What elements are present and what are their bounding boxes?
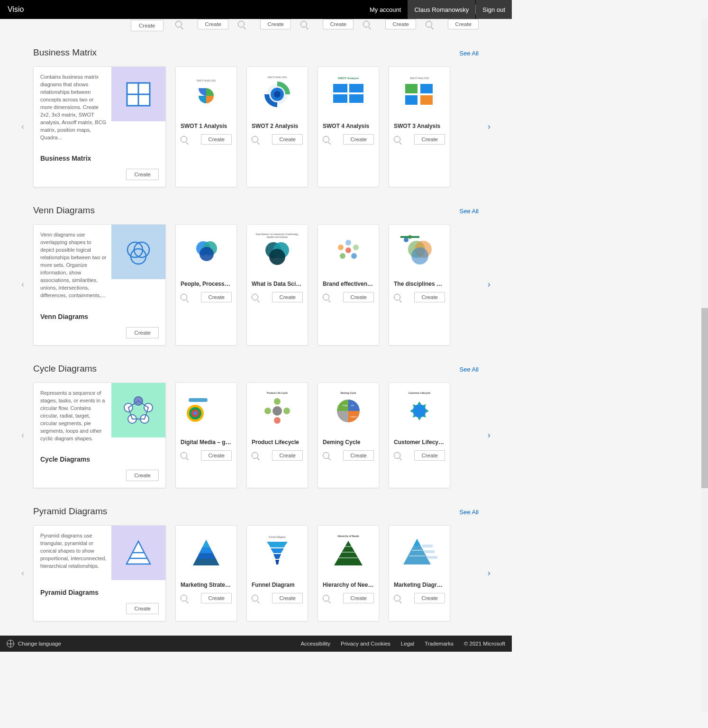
template-card[interactable]: Marketing Strategy Diag... Create — [175, 525, 237, 621]
carousel-next[interactable] — [483, 568, 495, 579]
footer-link[interactable]: Accessibility — [300, 641, 330, 646]
svg-point-23 — [200, 247, 214, 261]
zoom-icon[interactable] — [394, 595, 400, 601]
zoom-icon[interactable] — [238, 21, 245, 27]
my-account-link[interactable]: My account — [363, 0, 408, 19]
zoom-icon[interactable] — [300, 21, 307, 27]
section-title: Business Matrix — [33, 47, 97, 58]
zoom-icon[interactable] — [363, 21, 370, 27]
create-button[interactable]: Create — [126, 169, 159, 180]
see-all-link[interactable]: See All — [460, 366, 479, 373]
create-button[interactable]: Create — [414, 593, 445, 603]
zoom-icon[interactable] — [394, 452, 400, 459]
see-all-link[interactable]: See All — [460, 208, 479, 215]
carousel-prev[interactable] — [17, 121, 28, 133]
see-all-link[interactable]: See All — [460, 509, 479, 516]
create-button[interactable]: Create — [343, 292, 374, 302]
template-card[interactable]: Digital Media – getting ... Create — [175, 382, 237, 489]
template-title: SWOT 3 Analysis — [389, 118, 450, 131]
carousel-next[interactable] — [483, 279, 495, 291]
create-button[interactable]: Create — [272, 134, 303, 145]
create-button[interactable]: Create — [272, 593, 303, 603]
footer-link[interactable]: Legal — [401, 641, 414, 646]
carousel-prev[interactable] — [17, 568, 28, 579]
zoom-icon[interactable] — [323, 452, 329, 459]
create-button[interactable]: Create — [131, 20, 163, 31]
template-card[interactable]: Brand effectiveness Create — [318, 224, 379, 345]
template-card[interactable]: Data Science = an intersection of techno… — [246, 224, 308, 345]
create-button[interactable]: Create — [448, 19, 479, 29]
create-button[interactable]: Create — [414, 134, 445, 145]
create-button[interactable]: Create — [343, 593, 374, 603]
category-thumb — [111, 526, 165, 580]
zoom-icon[interactable] — [181, 294, 187, 300]
create-button[interactable]: Create — [385, 19, 416, 29]
template-card[interactable]: Marketing Diagram Create — [389, 525, 450, 621]
create-button[interactable]: Create — [272, 292, 303, 302]
create-button[interactable]: Create — [201, 450, 232, 461]
carousel-prev[interactable] — [17, 279, 28, 291]
zoom-icon[interactable] — [323, 136, 329, 143]
svg-rect-10 — [349, 84, 363, 92]
template-row: Venn diagrams use overlapping shapes to … — [33, 224, 479, 345]
category-card[interactable]: Venn diagrams use overlapping shapes to … — [33, 224, 166, 345]
template-card[interactable]: SWOT ANALYSIS SWOT 1 Analysis Create — [175, 66, 237, 187]
category-card[interactable]: Pyramid diagrams use triangular, pyramid… — [33, 525, 166, 621]
svg-text:statistics and business: statistics and business — [266, 236, 288, 238]
carousel-next[interactable] — [483, 430, 495, 441]
create-button[interactable]: Create — [126, 603, 159, 614]
template-card[interactable]: The disciplines of User E... Create — [389, 224, 450, 345]
create-button[interactable]: Create — [414, 450, 445, 461]
create-button[interactable]: Create — [198, 19, 228, 29]
category-card[interactable]: Represents a sequence of stages, tasks, … — [33, 382, 166, 489]
template-title: Digital Media – getting ... — [176, 434, 236, 447]
zoom-icon[interactable] — [252, 136, 258, 143]
zoom-icon[interactable] — [252, 294, 258, 300]
carousel-next[interactable] — [483, 121, 495, 133]
footer-link[interactable]: © 2021 Microsoft — [464, 641, 505, 646]
template-card[interactable]: People, Process and tech... Create — [175, 224, 237, 345]
zoom-icon[interactable] — [394, 294, 400, 300]
create-button[interactable]: Create — [272, 450, 303, 461]
zoom-icon[interactable] — [175, 21, 182, 27]
create-button[interactable]: Create — [126, 470, 159, 481]
zoom-icon[interactable] — [181, 595, 187, 601]
template-row: Pyramid diagrams use triangular, pyramid… — [33, 525, 479, 621]
create-button[interactable]: Create — [414, 292, 445, 302]
template-card[interactable]: Product Life Cycle Product Lifecycle Cre… — [246, 382, 308, 489]
create-button[interactable]: Create — [343, 134, 374, 145]
zoom-icon[interactable] — [426, 21, 432, 27]
see-all-link[interactable]: See All — [460, 50, 479, 57]
zoom-icon[interactable] — [181, 452, 187, 459]
create-button[interactable]: Create — [323, 19, 354, 29]
footer-link[interactable]: Trademarks — [425, 641, 454, 646]
footer-link[interactable]: Privacy and Cookies — [341, 641, 390, 646]
create-button[interactable]: Create — [260, 19, 291, 29]
create-button[interactable]: Create — [201, 292, 232, 302]
create-button[interactable]: Create — [201, 134, 232, 145]
create-button[interactable]: Create — [201, 593, 232, 603]
create-button[interactable]: Create — [126, 327, 159, 338]
svg-text:CHECK: CHECK — [350, 416, 357, 418]
change-language[interactable]: Change language — [7, 640, 61, 647]
template-card[interactable]: SWOT Analysis SWOT 4 Analysis Create — [318, 66, 379, 187]
sign-out-link[interactable]: Sign out — [476, 0, 512, 19]
template-card[interactable]: SWOT ANALYSIS SWOT 3 Analysis Create — [389, 66, 450, 187]
template-card[interactable]: SWOT ANALYSIS SWOT 2 Analysis Create — [246, 66, 308, 187]
zoom-icon[interactable] — [323, 595, 329, 601]
footer-links: AccessibilityPrivacy and CookiesLegalTra… — [300, 641, 505, 646]
template-card[interactable]: Funnel Diagram Funnel Diagram Create — [246, 525, 308, 621]
template-card[interactable]: Customer Lifecycle Customer Lifecycle Cr… — [389, 382, 450, 489]
template-card[interactable]: Deming CyclePLANDOCHECK Deming Cycle Cre… — [318, 382, 379, 489]
zoom-icon[interactable] — [394, 136, 400, 143]
carousel-prev[interactable] — [17, 430, 28, 441]
zoom-icon[interactable] — [252, 452, 258, 459]
zoom-icon[interactable] — [181, 136, 187, 143]
category-card[interactable]: Contains business matrix diagrams that s… — [33, 66, 166, 187]
zoom-icon[interactable] — [323, 294, 329, 300]
category-thumb — [111, 225, 165, 279]
zoom-icon[interactable] — [252, 595, 258, 601]
template-card[interactable]: Hierarchy of Needs Hierarchy of Needs Di… — [318, 525, 379, 621]
create-button[interactable]: Create — [343, 450, 374, 461]
user-name[interactable]: Claus Romanowsky — [408, 0, 475, 19]
